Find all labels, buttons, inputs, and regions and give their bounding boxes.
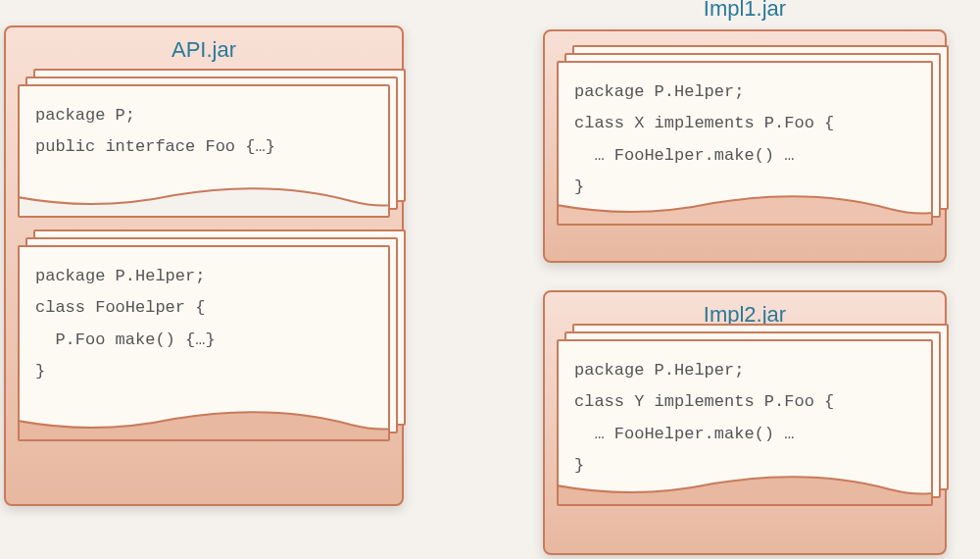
code-line: } [35,356,372,387]
code-sheet: package P.Helper; class Y implements P.F… [557,339,933,506]
api-jar-title: API.jar [6,27,402,67]
code-line: P.Foo make() {…} [35,325,372,356]
impl1-jar-title: Impl1.jar [543,0,947,22]
code-line: package P.Helper; [35,261,372,292]
impl1-jar-box: package P.Helper; class X implements P.F… [543,29,947,263]
impl1-code-stack: package P.Helper; class X implements P.F… [557,61,933,226]
code-sheet: package P.Helper; class FooHelper { P.Fo… [18,245,390,441]
impl2-code-stack: package P.Helper; class Y implements P.F… [557,339,933,506]
api-code-stack-1: package P; public interface Foo {…} [18,84,390,218]
code-line: class X implements P.Foo { [574,108,915,139]
impl2-jar-box: Impl2.jar package P.Helper; class Y impl… [543,290,947,555]
code-line: } [574,450,915,482]
code-line: class FooHelper { [35,292,372,324]
code-line: package P; [35,100,372,131]
code-sheet: package P; public interface Foo {…} [18,84,390,218]
code-line: … FooHelper.make() … [574,140,915,172]
code-line: … FooHelper.make() … [574,419,915,450]
code-sheet: package P.Helper; class X implements P.F… [557,61,933,226]
torn-edge-icon [18,187,390,217]
code-line: package P.Helper; [574,355,915,386]
code-line: package P.Helper; [574,76,915,108]
api-jar-box: API.jar package P; public interface Foo … [4,25,404,506]
torn-edge-icon [18,411,390,440]
code-line: class Y implements P.Foo { [574,386,915,418]
code-line: } [574,172,915,203]
api-code-stack-2: package P.Helper; class FooHelper { P.Fo… [18,245,390,441]
code-line: public interface Foo {…} [35,131,372,163]
